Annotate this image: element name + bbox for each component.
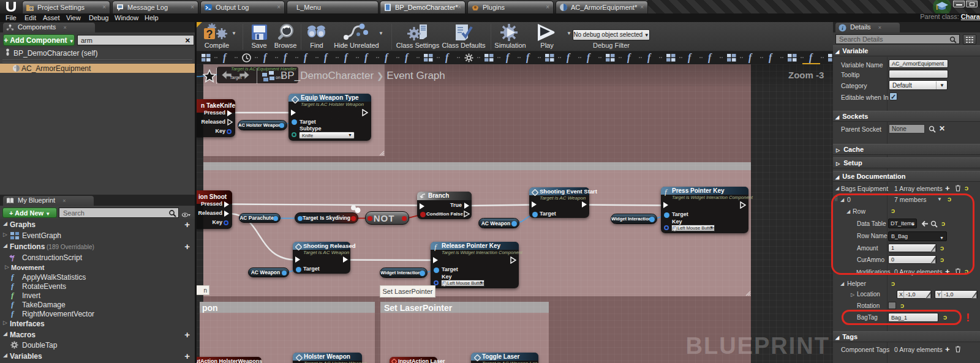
svg-text:f: f bbox=[11, 301, 15, 309]
svg-text:f: f bbox=[665, 188, 668, 196]
svg-text:f: f bbox=[11, 282, 15, 290]
svg-text:f: f bbox=[434, 243, 438, 251]
svg-text:f: f bbox=[11, 310, 15, 318]
svg-text:f: f bbox=[12, 254, 15, 261]
svg-text:f: f bbox=[11, 273, 15, 281]
svg-text:f: f bbox=[11, 291, 15, 299]
svg-text:?: ? bbox=[206, 28, 213, 40]
